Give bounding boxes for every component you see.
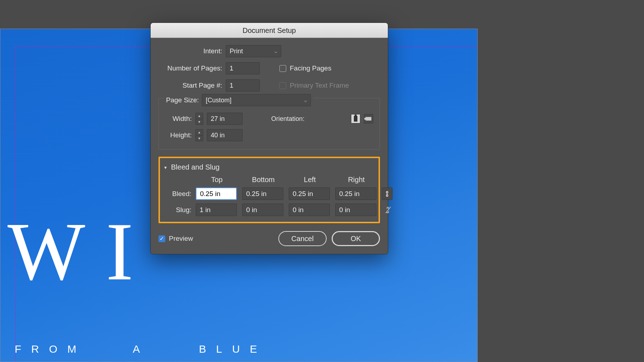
page-size-group: Page Size: [Custom] ⌵ Width: ▲▼ Orientat…	[158, 98, 380, 150]
width-label: Width:	[165, 115, 192, 123]
primary-text-frame-label: Primary Text Frame	[290, 82, 349, 89]
page-size-select[interactable]: [Custom] ⌵	[202, 94, 311, 106]
cancel-button[interactable]: Cancel	[278, 231, 327, 246]
bleed-left-input[interactable]	[289, 187, 330, 200]
unlink-icon	[385, 206, 391, 214]
primary-text-frame-checkbox: Primary Text Frame	[279, 82, 349, 89]
bleed-link-button[interactable]	[382, 187, 392, 200]
link-icon	[385, 190, 390, 197]
bg-letter-w: W	[8, 204, 89, 299]
bleed-right-input[interactable]	[335, 187, 376, 200]
ok-button[interactable]: OK	[332, 231, 380, 246]
intent-select[interactable]: Print ⌵	[226, 45, 281, 57]
bleed-slug-toggle[interactable]: ▾ Bleed and Slug	[164, 163, 374, 171]
checkbox-icon	[279, 65, 286, 72]
bg-word-blue: BLUE	[199, 343, 267, 355]
width-input[interactable]	[207, 113, 243, 125]
facing-pages-checkbox[interactable]: Facing Pages	[279, 64, 331, 72]
col-top-label: Top	[196, 176, 238, 184]
portrait-icon	[354, 116, 357, 122]
height-input[interactable]	[207, 129, 243, 141]
document-setup-dialog: Document Setup Intent: Print ⌵ Number of…	[150, 23, 388, 254]
bg-word-from: FROM	[15, 343, 86, 355]
bleed-top-input[interactable]	[196, 187, 237, 200]
landscape-icon	[366, 117, 371, 121]
col-right-label: Right	[335, 176, 377, 184]
intent-value: Print	[230, 48, 243, 55]
start-page-label: Start Page #:	[158, 82, 226, 89]
slug-top-input[interactable]	[196, 204, 237, 216]
chevron-down-icon: ▾	[164, 165, 167, 170]
bleed-row-label: Bleed:	[166, 190, 191, 198]
down-arrow-icon: ▼	[196, 136, 203, 141]
bleed-slug-section: ▾ Bleed and Slug Top Bottom Left Right B…	[158, 157, 380, 223]
orientation-label: Orientation:	[271, 115, 304, 123]
orientation-landscape-button[interactable]	[364, 114, 373, 123]
page-size-label: Page Size:	[166, 96, 199, 104]
slug-left-input[interactable]	[289, 204, 330, 216]
start-page-input[interactable]	[226, 79, 260, 92]
height-stepper[interactable]: ▲▼	[195, 129, 203, 141]
height-label: Height:	[165, 131, 192, 139]
slug-bottom-input[interactable]	[242, 204, 283, 216]
checkbox-checked-icon: ✓	[158, 235, 165, 242]
down-arrow-icon: ▼	[196, 119, 203, 125]
num-pages-label: Number of Pages:	[158, 64, 226, 72]
checkbox-icon	[279, 82, 286, 89]
slug-right-input[interactable]	[335, 204, 376, 216]
page-size-value: [Custom]	[206, 97, 231, 104]
num-pages-input[interactable]	[226, 62, 260, 74]
bleed-slug-label: Bleed and Slug	[171, 163, 220, 171]
up-arrow-icon: ▲	[196, 113, 203, 119]
chevron-down-icon: ⌵	[274, 49, 277, 54]
preview-label: Preview	[169, 235, 193, 243]
up-arrow-icon: ▲	[196, 129, 203, 136]
bg-letter-i: I	[106, 204, 133, 299]
col-bottom-label: Bottom	[242, 176, 284, 184]
facing-pages-label: Facing Pages	[290, 64, 331, 72]
intent-label: Intent:	[158, 47, 226, 55]
bg-word-a: A	[133, 343, 150, 355]
slug-link-button[interactable]	[382, 206, 395, 214]
dialog-title: Document Setup	[151, 23, 388, 38]
width-stepper[interactable]: ▲▼	[195, 113, 203, 125]
chevron-down-icon: ⌵	[304, 98, 307, 103]
preview-checkbox[interactable]: ✓ Preview	[158, 235, 193, 243]
bleed-bottom-input[interactable]	[242, 187, 283, 200]
orientation-portrait-button[interactable]	[351, 114, 360, 123]
col-left-label: Left	[289, 176, 331, 184]
slug-row-label: Slug:	[166, 206, 191, 214]
